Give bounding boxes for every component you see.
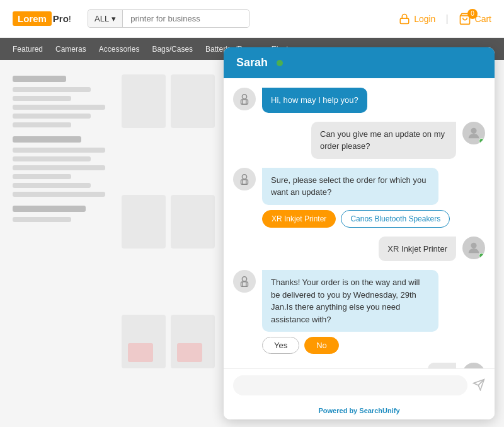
no-button[interactable]: No: [304, 337, 339, 354]
online-indicator: [277, 60, 283, 66]
user-online-dot-2: [479, 253, 484, 259]
yes-button[interactable]: Yes: [262, 337, 299, 354]
option-canos-speakers[interactable]: Canos Bluetooth Speakers: [341, 210, 450, 228]
user-bubble-1: Can you give me an update on my order pl…: [311, 122, 456, 159]
chat-header: Sarah: [224, 47, 495, 78]
yn-options: Yes No: [262, 337, 438, 354]
nav-accessories[interactable]: Accessories: [99, 45, 140, 54]
logo-lorem: Lorem: [13, 11, 52, 26]
nav-cameras[interactable]: Cameras: [55, 45, 86, 54]
bot-avatar-2: [233, 168, 256, 190]
logo-exclaim: !: [69, 13, 71, 24]
option-xr-printer[interactable]: XR Inkjet Printer: [262, 210, 336, 228]
chat-text-input[interactable]: [233, 375, 467, 395]
user-bubble-2: XR Inkjet Printer: [379, 237, 456, 262]
bot-message-2: Sure, please select the order for which …: [233, 168, 485, 228]
user-message-3: No: [233, 363, 485, 368]
chat-input-area: [224, 368, 495, 402]
svg-rect-3: [241, 100, 248, 104]
order-options: XR Inkjet Printer Canos Bluetooth Speake…: [262, 210, 450, 228]
page-header: Lorem Pro ! ALL ▾ Login | 0 Cart: [0, 0, 504, 38]
bot-bubble-2-wrapper: Sure, please select the order for which …: [262, 168, 450, 228]
search-area: ALL ▾: [88, 9, 249, 28]
svg-point-12: [242, 277, 246, 281]
svg-rect-13: [241, 282, 248, 286]
powered-highlight: ch: [374, 407, 382, 414]
bot-bubble-1: Hi, how may I help you?: [262, 88, 367, 113]
user-avatar-2: [462, 237, 485, 259]
user-avatar-1: [462, 122, 485, 144]
user-bubble-3: No: [428, 363, 456, 368]
search-input[interactable]: [123, 10, 249, 27]
bot-bubble-3: Thanks! Your order is on the way and wil…: [262, 270, 438, 332]
logo[interactable]: Lorem Pro !: [13, 11, 71, 26]
svg-point-11: [471, 242, 476, 248]
user-message-1: Can you give me an update on my order pl…: [233, 122, 485, 159]
product-grid-bg: [117, 69, 220, 427]
chat-messages: Hi, how may I help you? Can you give me …: [224, 78, 495, 368]
chat-footer: Powered by SearchUnify: [224, 402, 495, 419]
nav-featured[interactable]: Featured: [13, 45, 43, 54]
user-message-2: XR Inkjet Printer: [233, 237, 485, 262]
bot-avatar-3: [233, 270, 256, 293]
bot-bubble-3-wrapper: Thanks! Your order is on the way and wil…: [262, 270, 438, 354]
user-avatar-3: [462, 363, 485, 368]
svg-point-7: [242, 174, 246, 178]
sidebar-background: [13, 69, 110, 226]
agent-name: Sarah: [236, 56, 268, 69]
bot-avatar-1: [233, 88, 256, 110]
header-right: Login | 0 Cart: [399, 13, 491, 25]
svg-point-6: [471, 127, 476, 133]
cart-button[interactable]: 0 Cart: [459, 13, 491, 25]
send-button[interactable]: [472, 378, 485, 393]
bot-message-3: Thanks! Your order is on the way and wil…: [233, 270, 485, 354]
header-divider: |: [445, 13, 448, 25]
cart-badge: 0: [467, 9, 478, 19]
logo-pro: Pro: [53, 13, 69, 24]
search-filter-all[interactable]: ALL ▾: [88, 10, 123, 27]
user-online-dot-1: [479, 138, 484, 144]
powered-by-text: Powered by SearchUnify: [319, 407, 400, 414]
svg-point-2: [242, 95, 246, 99]
bot-message-1: Hi, how may I help you?: [233, 88, 485, 113]
chat-window: Sarah Hi, how may I help you? Can you gi…: [224, 47, 495, 419]
login-button[interactable]: Login: [399, 13, 435, 25]
svg-rect-8: [241, 179, 248, 184]
bot-bubble-2: Sure, please select the order for which …: [262, 168, 438, 205]
svg-rect-0: [400, 18, 409, 23]
nav-bags[interactable]: Bags/Cases: [152, 45, 193, 54]
